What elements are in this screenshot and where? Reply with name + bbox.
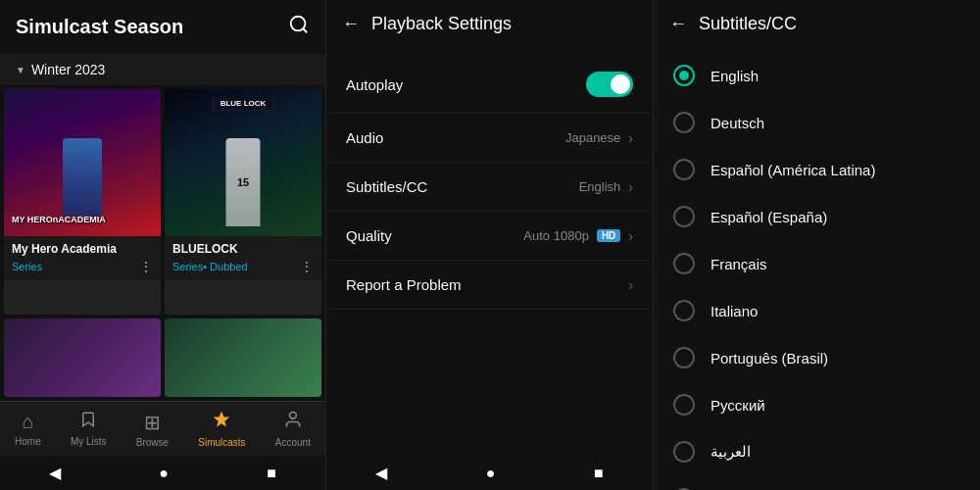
sys-square-2[interactable]: ■ xyxy=(594,465,604,482)
card-options-bl[interactable]: ⋮ xyxy=(300,259,314,274)
subtitle-item[interactable]: Français xyxy=(654,240,980,287)
settings-autoplay[interactable]: Autoplay xyxy=(326,56,653,114)
settings-quality[interactable]: Quality Auto 1080p HD › xyxy=(326,212,653,261)
sys-back-2[interactable]: ◀ xyxy=(375,464,387,482)
radio-button xyxy=(673,394,695,416)
anime-thumbnail-bl: 15 BLUE LOCK xyxy=(165,89,321,236)
home-icon: ⌂ xyxy=(22,411,33,433)
anime-row2 xyxy=(0,318,325,401)
subtitle-language-label: Português (Brasil) xyxy=(710,350,828,367)
panel2-back-button[interactable]: ← xyxy=(342,14,360,34)
settings-report[interactable]: Report a Problem › xyxy=(326,261,653,310)
nav-simulcasts-label: Simulcasts xyxy=(198,437,245,448)
subtitle-language-label: Italiano xyxy=(710,303,758,319)
browse-icon: ⊞ xyxy=(144,411,161,434)
card-options-mha[interactable]: ⋮ xyxy=(139,259,153,274)
subtitle-language-label: English xyxy=(710,68,759,84)
subtitle-language-label: Español (España) xyxy=(710,209,827,225)
nav-home-label: Home xyxy=(15,436,41,447)
bottom-nav: ⌂ Home My Lists ⊞ Browse Simulcasts xyxy=(0,401,325,456)
account-icon xyxy=(283,410,303,434)
radio-button xyxy=(673,112,695,133)
subtitles-panel: ← Subtitles/CC EnglishDeutschEspañol (Am… xyxy=(654,0,980,490)
svg-point-3 xyxy=(290,413,297,419)
settings-subtitles[interactable]: Subtitles/CC English › xyxy=(326,163,653,212)
quality-chevron: › xyxy=(628,228,633,244)
settings-audio[interactable]: Audio Japanese › xyxy=(326,114,653,163)
sys-nav-1: ◀ ● ■ xyxy=(0,456,325,490)
hd-badge: HD xyxy=(597,229,620,242)
subtitle-item[interactable]: العربية xyxy=(654,428,980,475)
panel2-header: ← Playback Settings xyxy=(326,0,653,48)
subtitle-language-label: Deutsch xyxy=(710,115,764,131)
quality-right: Auto 1080p HD › xyxy=(523,228,633,244)
subtitle-language-label: Español (América Latina) xyxy=(710,162,875,178)
subtitle-item[interactable]: Русский xyxy=(654,381,980,428)
svg-point-0 xyxy=(291,17,306,31)
panel3-header: ← Subtitles/CC xyxy=(654,0,980,48)
nav-home[interactable]: ⌂ Home xyxy=(15,411,41,447)
radio-button xyxy=(673,206,695,227)
panel3-title: Subtitles/CC xyxy=(699,14,797,34)
autoplay-label: Autoplay xyxy=(346,76,403,93)
quality-label: Quality xyxy=(346,227,392,244)
radio-button xyxy=(673,159,695,180)
subtitles-value: English xyxy=(579,179,621,194)
nav-browse[interactable]: ⊞ Browse xyxy=(136,411,169,448)
nav-account-label: Account xyxy=(275,437,311,448)
subtitle-item[interactable]: Português (Brasil) xyxy=(654,334,980,381)
audio-label: Audio xyxy=(346,129,383,146)
radio-button xyxy=(673,441,695,463)
anime-card-small-2[interactable] xyxy=(165,318,321,397)
subtitle-item[interactable]: Español (España) xyxy=(654,193,980,240)
quality-value: Auto 1080p xyxy=(523,228,589,243)
svg-marker-2 xyxy=(214,412,230,427)
bookmark-icon xyxy=(79,411,97,433)
nav-mylists-label: My Lists xyxy=(71,436,107,447)
audio-right: Japanese › xyxy=(565,130,633,146)
card-tag-mha: Series xyxy=(12,261,42,272)
sys-square-1[interactable]: ■ xyxy=(267,465,276,482)
radio-button xyxy=(673,65,695,86)
anime-grid: My Hero Academia Series ⋮ 15 BLUE LOCK B… xyxy=(0,85,325,318)
subtitle-item[interactable]: Italiano xyxy=(654,287,980,334)
panel1-header: Simulcast Season xyxy=(0,0,325,54)
report-label: Report a Problem xyxy=(346,276,462,293)
season-label: Winter 2023 xyxy=(16,62,105,77)
card-name-bl: BLUELOCK xyxy=(172,242,314,256)
svg-line-1 xyxy=(303,28,307,32)
anime-card-small-1[interactable] xyxy=(4,318,161,397)
panel3-back-button[interactable]: ← xyxy=(669,14,687,34)
subtitle-language-label: Русский xyxy=(710,397,765,414)
subtitle-item[interactable]: None xyxy=(654,475,980,490)
autoplay-toggle[interactable] xyxy=(586,72,633,97)
search-button[interactable] xyxy=(288,14,310,40)
simulcast-panel: Simulcast Season Winter 2023 My Hero Aca… xyxy=(0,0,326,490)
subtitle-language-label: العربية xyxy=(710,443,751,461)
subtitle-item[interactable]: Deutsch xyxy=(654,99,980,146)
subtitle-item[interactable]: Español (América Latina) xyxy=(654,146,980,193)
panel1-title: Simulcast Season xyxy=(16,16,183,38)
nav-simulcasts[interactable]: Simulcasts xyxy=(198,410,245,448)
season-selector[interactable]: Winter 2023 xyxy=(0,54,325,85)
report-right: › xyxy=(628,277,633,293)
sys-back-1[interactable]: ◀ xyxy=(49,464,61,482)
sys-home-1[interactable]: ● xyxy=(159,465,169,482)
sys-nav-2: ◀ ● ■ xyxy=(326,456,653,490)
card-meta-mha: Series ⋮ xyxy=(12,259,153,274)
nav-account[interactable]: Account xyxy=(275,410,311,448)
card-meta-bl: Series• Dubbed ⋮ xyxy=(172,259,314,274)
card-bottom-mha: My Hero Academia Series ⋮ xyxy=(4,236,161,280)
card-tag-bl: Series• Dubbed xyxy=(172,261,248,272)
card-bottom-bl: BLUELOCK Series• Dubbed ⋮ xyxy=(165,236,321,280)
playback-settings-panel: ← Playback Settings Autoplay Audio Japan… xyxy=(326,0,654,490)
radio-button xyxy=(673,253,695,274)
card-name-mha: My Hero Academia xyxy=(12,242,153,256)
subtitle-item[interactable]: English xyxy=(654,52,980,99)
anime-card-bluelock[interactable]: 15 BLUE LOCK BLUELOCK Series• Dubbed ⋮ xyxy=(165,89,321,315)
sys-home-2[interactable]: ● xyxy=(486,465,496,482)
nav-mylists[interactable]: My Lists xyxy=(71,411,107,447)
settings-list: Autoplay Audio Japanese › Subtitles/CC E… xyxy=(326,48,653,318)
anime-card-mha[interactable]: My Hero Academia Series ⋮ xyxy=(4,89,161,315)
subtitles-label: Subtitles/CC xyxy=(346,178,427,195)
